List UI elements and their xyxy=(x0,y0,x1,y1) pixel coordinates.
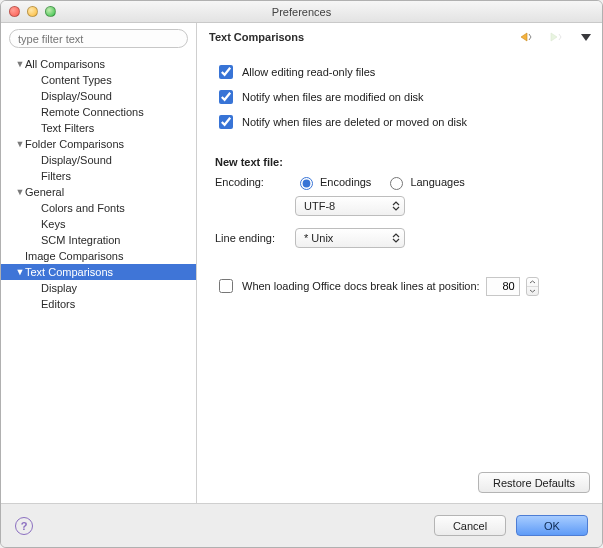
languages-radio-label: Languages xyxy=(410,176,464,188)
tree-item[interactable]: ▼Text Comparisons xyxy=(1,264,196,280)
notify-deleted-checkbox[interactable] xyxy=(219,115,233,129)
encoding-mode-radio-group: Encodings Languages xyxy=(295,174,465,190)
office-break-label: When loading Office docs break lines at … xyxy=(242,280,480,292)
select-stepper-icon xyxy=(392,201,400,211)
tree-item[interactable]: ▼General xyxy=(1,184,196,200)
languages-radio-row[interactable]: Languages xyxy=(385,174,464,190)
encoding-mode-row: Encoding: Encodings Languages xyxy=(215,174,584,190)
line-ending-label: Line ending: xyxy=(215,232,295,244)
tree-item[interactable]: ▼Folder Comparisons xyxy=(1,136,196,152)
sidebar: ▼All ComparisonsContent TypesDisplay/Sou… xyxy=(1,23,197,503)
tree-item[interactable]: Keys xyxy=(1,216,196,232)
encoding-select[interactable]: UTF-8 xyxy=(295,196,405,216)
footer: ? Cancel OK xyxy=(1,503,602,547)
form-area: Allow editing read-only files Notify whe… xyxy=(197,53,602,300)
allow-edit-ro-row[interactable]: Allow editing read-only files xyxy=(215,62,584,82)
tree-item-label: Filters xyxy=(41,170,71,182)
main-panel: Text Comparisons Allow editing r xyxy=(197,23,602,503)
office-break-stepper[interactable] xyxy=(526,277,539,296)
encoding-field-label: Encoding: xyxy=(215,176,295,188)
line-ending-row: Line ending: * Unix xyxy=(215,228,584,248)
filter-container xyxy=(9,29,188,48)
allow-edit-ro-checkbox[interactable] xyxy=(219,65,233,79)
encodings-radio-label: Encodings xyxy=(320,176,371,188)
line-ending-value: * Unix xyxy=(304,232,333,244)
tree-item[interactable]: Display/Sound xyxy=(1,152,196,168)
restore-defaults-button[interactable]: Restore Defaults xyxy=(478,472,590,493)
forward-button xyxy=(546,31,566,43)
encodings-radio-row[interactable]: Encodings xyxy=(295,174,371,190)
panel-title: Text Comparisons xyxy=(209,31,512,43)
cancel-button[interactable]: Cancel xyxy=(434,515,506,536)
back-button[interactable] xyxy=(512,31,532,43)
close-window-button[interactable] xyxy=(9,6,20,17)
tree-item-label: Text Comparisons xyxy=(25,266,113,278)
zoom-window-button[interactable] xyxy=(45,6,56,17)
stepper-down-icon[interactable] xyxy=(527,287,538,295)
notify-modified-checkbox[interactable] xyxy=(219,90,233,104)
tree-item-label: Content Types xyxy=(41,74,112,86)
tree-item[interactable]: Display xyxy=(1,280,196,296)
filter-input[interactable] xyxy=(9,29,188,48)
tree-item-label: General xyxy=(25,186,64,198)
restore-row: Restore Defaults xyxy=(197,472,602,503)
tree-item-label: Text Filters xyxy=(41,122,94,134)
tree-item-label: SCM Integration xyxy=(41,234,120,246)
new-text-file-heading: New text file: xyxy=(215,156,584,168)
disclosure-triangle-icon: ▼ xyxy=(15,187,25,197)
encoding-select-row: UTF-8 xyxy=(215,196,584,216)
tree-item[interactable]: Content Types xyxy=(1,72,196,88)
panel-header: Text Comparisons xyxy=(197,23,602,53)
disclosure-triangle-icon: ▼ xyxy=(15,267,25,277)
tree-item[interactable]: Display/Sound xyxy=(1,88,196,104)
tree-item-label: Folder Comparisons xyxy=(25,138,124,150)
tree-item-label: Keys xyxy=(41,218,65,230)
tree-item-label: Display xyxy=(41,282,77,294)
tree-item-label: Colors and Fonts xyxy=(41,202,125,214)
tree-item[interactable]: Filters xyxy=(1,168,196,184)
preferences-window: Preferences ▼All ComparisonsContent Type… xyxy=(0,0,603,548)
line-ending-select[interactable]: * Unix xyxy=(295,228,405,248)
notify-deleted-row[interactable]: Notify when files are deleted or moved o… xyxy=(215,112,584,132)
notify-modified-row[interactable]: Notify when files are modified on disk xyxy=(215,87,584,107)
tree-item[interactable]: Colors and Fonts xyxy=(1,200,196,216)
tree-item-label: Display/Sound xyxy=(41,90,112,102)
disclosure-triangle-icon: ▼ xyxy=(15,59,25,69)
tree-item[interactable]: Text Filters xyxy=(1,120,196,136)
tree-item-label: Remote Connections xyxy=(41,106,144,118)
help-button[interactable]: ? xyxy=(15,517,33,535)
languages-radio[interactable] xyxy=(390,177,403,190)
tree-item-label: All Comparisons xyxy=(25,58,105,70)
encodings-radio[interactable] xyxy=(300,177,313,190)
tree-item[interactable]: SCM Integration xyxy=(1,232,196,248)
tree-item-label: Display/Sound xyxy=(41,154,112,166)
stepper-up-icon[interactable] xyxy=(527,278,538,287)
nav-controls xyxy=(512,31,592,43)
encoding-select-value: UTF-8 xyxy=(304,200,335,212)
ok-button[interactable]: OK xyxy=(516,515,588,536)
allow-edit-ro-label: Allow editing read-only files xyxy=(242,66,375,78)
titlebar: Preferences xyxy=(1,1,602,23)
tree-item-label: Image Comparisons xyxy=(25,250,123,262)
notify-deleted-label: Notify when files are deleted or moved o… xyxy=(242,116,467,128)
preferences-tree[interactable]: ▼All ComparisonsContent TypesDisplay/Sou… xyxy=(1,54,196,503)
minimize-window-button[interactable] xyxy=(27,6,38,17)
window-title: Preferences xyxy=(1,6,602,18)
menu-button[interactable] xyxy=(580,31,592,43)
notify-modified-label: Notify when files are modified on disk xyxy=(242,91,424,103)
tree-item[interactable]: Editors xyxy=(1,296,196,312)
tree-item[interactable]: ▼All Comparisons xyxy=(1,56,196,72)
tree-item-label: Editors xyxy=(41,298,75,310)
tree-item[interactable]: Remote Connections xyxy=(1,104,196,120)
tree-item[interactable]: Image Comparisons xyxy=(1,248,196,264)
disclosure-triangle-icon: ▼ xyxy=(15,139,25,149)
select-stepper-icon xyxy=(392,233,400,243)
window-controls xyxy=(1,6,56,17)
office-break-position-input[interactable] xyxy=(486,277,520,296)
office-break-checkbox[interactable] xyxy=(219,279,233,293)
content-area: ▼All ComparisonsContent TypesDisplay/Sou… xyxy=(1,23,602,503)
office-break-row: When loading Office docs break lines at … xyxy=(215,276,584,296)
